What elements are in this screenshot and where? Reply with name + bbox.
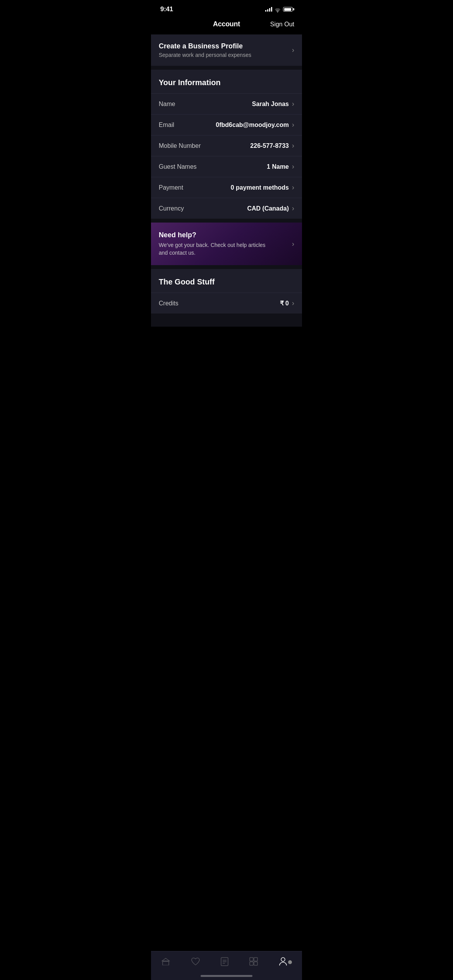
credits-label: Credits [159,300,178,307]
help-banner[interactable]: Need help? We've got your back. Check ou… [151,223,302,265]
email-row[interactable]: Email 0fbd6cab@moodjoy.com › [151,114,302,135]
business-banner-chevron: › [292,46,294,54]
name-row[interactable]: Name Sarah Jonas › [151,93,302,114]
good-stuff-title: The Good Stuff [151,269,302,293]
mobile-value: 226-577-8733 [250,142,289,149]
payment-chevron: › [292,183,294,192]
credits-row[interactable]: Credits ₹ 0 › [151,293,302,314]
sign-out-button[interactable]: Sign Out [270,21,294,28]
nav-header: Account Sign Out [151,16,302,34]
payment-row[interactable]: Payment 0 payment methods › [151,177,302,198]
payment-label: Payment [159,184,183,191]
credits-value: ₹ 0 [280,300,289,307]
guest-names-row[interactable]: Guest Names 1 Name › [151,156,302,177]
help-subtitle: We've got your back. Check out help arti… [159,242,267,257]
email-value: 0fbd6cab@moodjoy.com [216,122,289,128]
business-banner-title: Create a Business Profile [159,42,251,50]
mobile-row[interactable]: Mobile Number 226-577-8733 › [151,135,302,156]
currency-label: Currency [159,205,184,212]
currency-chevron: › [292,204,294,212]
wifi-icon [275,7,281,12]
business-banner-subtitle: Separate work and personal expenses [159,52,251,58]
page-title: Account [213,20,240,28]
currency-row[interactable]: Currency CAD (Canada) › [151,198,302,219]
help-title: Need help? [159,231,267,239]
mobile-label: Mobile Number [159,142,201,149]
name-value: Sarah Jonas [252,101,289,108]
email-chevron: › [292,121,294,129]
your-information-title: Your Information [151,70,302,93]
guest-names-label: Guest Names [159,163,197,170]
signal-icon [265,7,272,12]
battery-icon [283,7,293,12]
currency-value: CAD (Canada) [247,205,289,212]
guest-names-chevron: › [292,163,294,171]
email-label: Email [159,122,174,128]
name-chevron: › [292,100,294,108]
status-bar: 9:41 [151,0,302,16]
status-icons [265,7,293,12]
good-stuff-section: The Good Stuff Credits ₹ 0 › [151,269,302,314]
payment-value: 0 payment methods [231,184,289,191]
status-time: 9:41 [160,5,173,13]
help-chevron: › [292,240,294,248]
mobile-chevron: › [292,142,294,150]
credits-chevron: › [292,299,294,307]
business-profile-banner[interactable]: Create a Business Profile Separate work … [151,34,302,66]
guest-names-value: 1 Name [267,163,289,170]
name-label: Name [159,101,175,108]
your-information-section: Your Information Name Sarah Jonas › Emai… [151,70,302,219]
